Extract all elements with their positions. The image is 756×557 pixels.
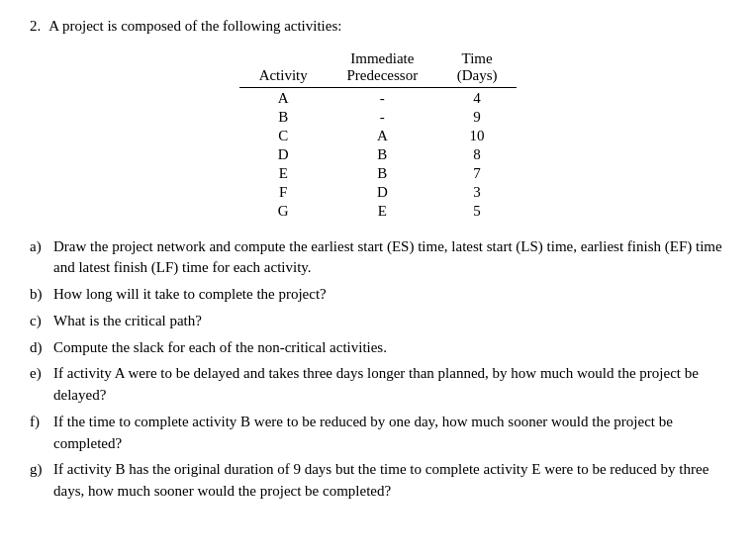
list-item: a)Draw the project network and compute t… <box>30 236 726 280</box>
part-text: How long will it take to complete the pr… <box>53 284 726 306</box>
col-time-header-top: Time <box>437 48 517 67</box>
question-header: 2. A project is composed of the followin… <box>30 18 726 35</box>
cell-time: 5 <box>437 202 517 221</box>
list-item: b)How long will it take to complete the … <box>30 284 726 306</box>
col-predecessor-header-bottom: Predecessor <box>327 67 437 88</box>
part-label: e) <box>30 363 47 407</box>
list-item: d)Compute the slack for each of the non-… <box>30 337 726 359</box>
col-activity-header: Activity <box>239 48 327 88</box>
list-item: e)If activity A were to be delayed and t… <box>30 363 726 407</box>
part-label: f) <box>30 412 47 455</box>
table-row: FD3 <box>239 183 517 202</box>
question-number: 2. <box>30 18 41 35</box>
part-text: If the time to complete activity B were … <box>53 412 726 455</box>
cell-predecessor: A <box>327 127 437 145</box>
table-row: CA10 <box>239 127 517 145</box>
cell-predecessor: B <box>327 145 437 164</box>
cell-predecessor: D <box>327 183 437 202</box>
cell-predecessor: - <box>327 108 437 127</box>
cell-time: 9 <box>437 108 517 127</box>
cell-predecessor: - <box>327 89 437 108</box>
part-label: a) <box>30 236 47 280</box>
table-row: GE5 <box>239 202 517 221</box>
part-label: c) <box>30 311 47 332</box>
question-container: 2. A project is composed of the followin… <box>30 18 726 503</box>
cell-activity: C <box>239 127 327 145</box>
table-row: B-9 <box>239 108 517 127</box>
cell-activity: F <box>239 183 327 202</box>
part-text: If activity A were to be delayed and tak… <box>53 363 726 407</box>
part-text: What is the critical path? <box>53 311 726 332</box>
cell-time: 3 <box>437 183 517 202</box>
cell-time: 7 <box>437 164 517 183</box>
part-text: If activity B has the original duration … <box>53 459 726 503</box>
parts-list: a)Draw the project network and compute t… <box>30 236 726 503</box>
table-header-row-top: Activity Immediate Time <box>239 48 517 67</box>
cell-activity: A <box>239 89 327 108</box>
question-intro: A project is composed of the following a… <box>48 18 341 35</box>
part-label: b) <box>30 284 47 306</box>
cell-predecessor: E <box>327 202 437 221</box>
table-container: Activity Immediate Time Predecessor (Day… <box>30 48 726 221</box>
part-label: d) <box>30 337 47 359</box>
part-text: Draw the project network and compute the… <box>53 236 726 280</box>
cell-activity: D <box>239 145 327 164</box>
table-row: A-4 <box>239 89 517 108</box>
cell-activity: B <box>239 108 327 127</box>
col-time-header-bottom: (Days) <box>437 67 517 88</box>
list-item: c)What is the critical path? <box>30 311 726 332</box>
col-predecessor-header-top: Immediate <box>327 48 437 67</box>
list-item: g)If activity B has the original duratio… <box>30 459 726 503</box>
cell-time: 10 <box>437 127 517 145</box>
part-label: g) <box>30 459 47 503</box>
cell-time: 4 <box>437 89 517 108</box>
cell-time: 8 <box>437 145 517 164</box>
activity-table: Activity Immediate Time Predecessor (Day… <box>239 48 517 221</box>
part-text: Compute the slack for each of the non-cr… <box>53 337 726 359</box>
list-item: f)If the time to complete activity B wer… <box>30 412 726 455</box>
table-row: EB7 <box>239 164 517 183</box>
cell-activity: G <box>239 202 327 221</box>
cell-activity: E <box>239 164 327 183</box>
table-row: DB8 <box>239 145 517 164</box>
table-body: A-4B-9CA10DB8EB7FD3GE5 <box>239 89 517 221</box>
cell-predecessor: B <box>327 164 437 183</box>
